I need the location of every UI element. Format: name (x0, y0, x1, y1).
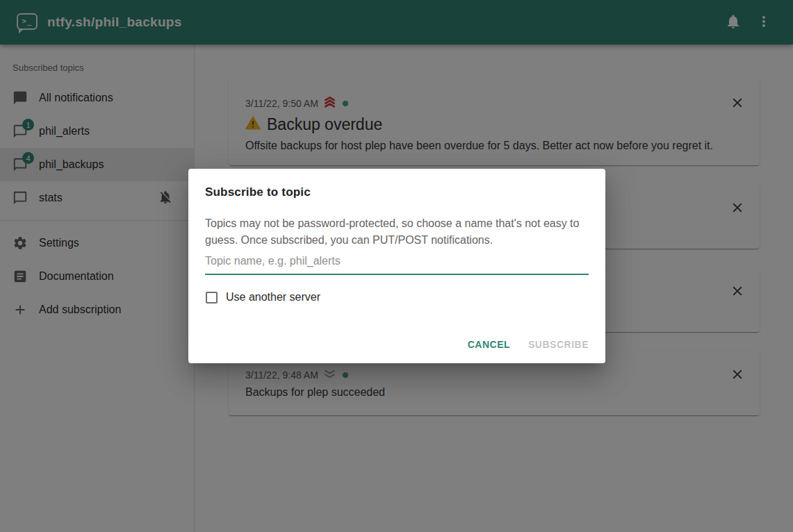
dialog-title: Subscribe to topic (205, 185, 311, 199)
topic-name-field-wrap (205, 251, 589, 275)
checkbox-label: Use another server (226, 291, 320, 304)
topic-name-input[interactable] (205, 251, 589, 274)
ntfy-app: >_ ntfy.sh/phil_backups Subscribed topic… (0, 0, 793, 532)
dialog-description: Topics may not be password-protected, so… (205, 215, 589, 249)
cancel-button[interactable]: CANCEL (462, 333, 516, 356)
subscribe-dialog: Subscribe to topic Topics may not be pas… (188, 169, 605, 363)
checkbox-unchecked-icon[interactable] (206, 292, 218, 304)
subscribe-button[interactable]: SUBSCRIBE (523, 333, 594, 356)
use-another-server-checkbox-row[interactable]: Use another server (206, 291, 320, 304)
dialog-actions: CANCEL SUBSCRIBE (462, 333, 594, 356)
